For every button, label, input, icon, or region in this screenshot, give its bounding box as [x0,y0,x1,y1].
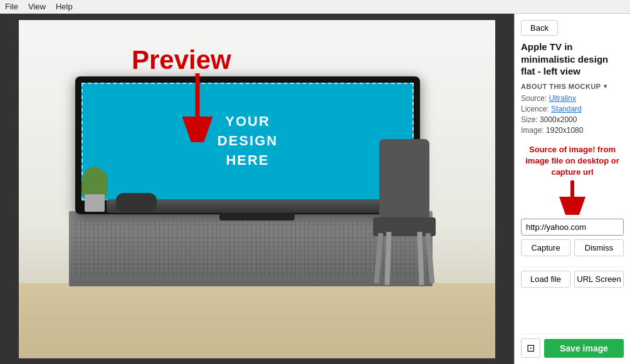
chevron-down-icon: ▾ [604,83,607,90]
annotation-arrow-svg [554,180,591,215]
size-label: Size: [521,115,538,124]
image-label: Image: [521,126,544,135]
main-layout: YOUR DESIGN HERE [0,14,630,364]
about-label: ABOUT THIS MOCKUP [521,83,601,90]
about-section-header[interactable]: ABOUT THIS MOCKUP ▾ [521,83,624,90]
licence-link[interactable]: Standard [551,105,582,113]
sidebar: Back Apple TV in minimalistic design fla… [514,14,630,364]
chair-leg-right [426,232,435,283]
tv-stand-leg [219,213,295,221]
menu-help[interactable]: Help [56,2,73,11]
chair-back [379,139,429,221]
dismiss-button[interactable]: Dismiss [574,239,624,256]
mockup-container: YOUR DESIGN HERE [19,20,495,358]
chair-leg-front-right [417,231,424,284]
crop-icon: ⊡ [527,343,535,353]
chair-leg-left [374,232,384,283]
size-row: Size: 3000x2000 [521,115,624,124]
url-screen-button[interactable]: URL Screen [574,271,624,288]
source-label: Source: [521,94,547,103]
load-file-button[interactable]: Load file [521,271,570,288]
url-input[interactable] [521,219,624,236]
chair-leg-front-left [385,231,392,284]
size-value: 3000x2000 [540,115,577,124]
menubar: File View Help [0,0,630,14]
image-row: Image: 1920x1080 [521,126,624,135]
mockup-title: Apple TV in minimalistic design flat - l… [521,41,624,78]
save-image-button[interactable]: Save image [544,339,624,358]
menu-file[interactable]: File [5,2,18,11]
divider [521,266,624,267]
preview-arrow-svg [179,73,241,142]
plant [78,168,110,212]
crop-icon-button[interactable]: ⊡ [521,338,540,358]
annotation-text: Source of image! from image file on desk… [521,144,624,179]
chair [364,139,445,283]
back-button[interactable]: Back [521,20,558,36]
room-floor [19,283,495,358]
gamepad [116,193,157,212]
capture-button[interactable]: Capture [521,239,570,256]
source-link[interactable]: Ultralinx [549,94,576,103]
plant-pot [85,194,105,212]
source-row: Source: Ultralinx [521,94,624,103]
preview-panel: YOUR DESIGN HERE [0,14,514,364]
capture-row: Capture Dismiss [521,239,624,256]
image-value: 1920x1080 [546,126,583,135]
preview-label: Preview [132,45,231,75]
menu-view[interactable]: View [28,2,46,11]
licence-row: Licence: Standard [521,105,624,113]
footer-row: ⊡ Save image [521,334,624,358]
bottom-row: Load file URL Screen [521,271,624,288]
licence-label: Licence: [521,105,549,113]
plant-leaves [81,167,108,198]
tv-room-bg: YOUR DESIGN HERE [19,20,495,358]
